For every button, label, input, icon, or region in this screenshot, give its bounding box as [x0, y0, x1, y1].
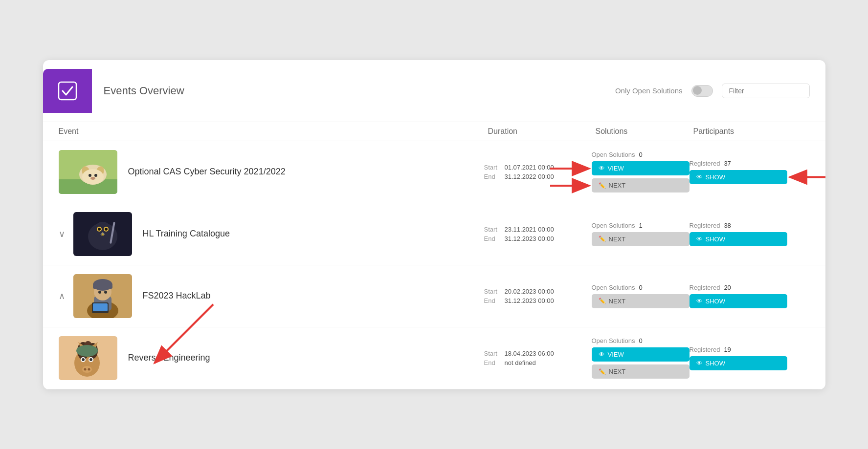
svg-rect-31: [93, 285, 112, 289]
open-solutions-count: 0: [639, 284, 642, 291]
participants-top: Registered 38: [690, 222, 787, 229]
registered-count: 20: [724, 284, 731, 291]
col-solutions: Solutions: [592, 127, 690, 136]
start-line: Start 18.04.2023 06:00: [484, 350, 592, 357]
participants-top: Registered 37: [690, 160, 787, 167]
eye-icon: 👁: [696, 298, 703, 305]
event-list: Optional CAS Cyber Security 2021/2022 St…: [43, 141, 825, 389]
open-solutions-count: 0: [639, 151, 642, 158]
view-button[interactable]: 👁 VIEW: [592, 161, 690, 175]
solutions-cell: Open Solutions 0 ✏️ NEXT: [592, 284, 690, 308]
table-row: ∨ HL Training Catalogue Start 23.11.2021…: [43, 203, 825, 265]
svg-point-34: [98, 291, 101, 294]
solutions-top: Open Solutions 1: [592, 222, 690, 229]
expand-icon[interactable]: ∨: [59, 229, 65, 239]
col-event: Event: [59, 127, 484, 136]
svg-point-8: [94, 174, 97, 177]
start-line: Start 20.02.2023 00:00: [484, 288, 592, 295]
svg-point-21: [98, 228, 101, 231]
end-value: 31.12.2022 00:00: [505, 173, 554, 180]
registered-label: Registered: [690, 222, 720, 229]
start-value: 20.02.2023 00:00: [505, 288, 554, 295]
solutions-top: Open Solutions 0: [592, 337, 690, 344]
end-value: not defined: [505, 359, 536, 366]
registered-label: Registered: [690, 284, 720, 291]
eye-icon: 👁: [696, 235, 703, 243]
end-label: End: [484, 235, 501, 242]
event-thumbnail: [59, 150, 117, 194]
view-button[interactable]: 👁 VIEW: [592, 347, 690, 362]
svg-point-48: [84, 368, 86, 370]
event-title: FS2023 HackLab: [143, 291, 211, 301]
table-row: Reverse Engineering Start 18.04.2023 06:…: [43, 327, 825, 389]
start-line: Start 01.07.2021 00:00: [484, 164, 592, 171]
svg-point-9: [90, 177, 95, 180]
logo-box: [43, 69, 92, 113]
end-label: End: [484, 359, 501, 366]
end-label: End: [484, 173, 501, 180]
end-line: End not defined: [484, 359, 592, 366]
end-value: 31.12.2023 00:00: [505, 235, 554, 242]
end-line: End 31.12.2023 00:00: [484, 235, 592, 242]
registered-label: Registered: [690, 160, 720, 167]
end-line: End 31.12.2022 00:00: [484, 173, 592, 180]
show-button[interactable]: 👁 SHOW: [690, 232, 787, 246]
event-thumbnail: [59, 336, 117, 380]
col-duration: Duration: [484, 127, 592, 136]
end-label: End: [484, 297, 501, 304]
next-button[interactable]: ✏️ NEXT: [592, 178, 690, 192]
pencil-icon: ✏️: [599, 235, 606, 242]
expand-icon[interactable]: ∧: [59, 291, 65, 301]
svg-point-46: [89, 358, 92, 361]
table-row: Optional CAS Cyber Security 2021/2022 St…: [43, 141, 825, 203]
eye-icon: 👁: [599, 351, 605, 358]
open-solutions-label: Open Solutions: [592, 222, 635, 229]
svg-rect-33: [93, 303, 108, 311]
page-title: Events Overview: [104, 85, 615, 97]
start-value: 18.04.2023 06:00: [505, 350, 554, 357]
start-value: 01.07.2021 00:00: [505, 164, 554, 171]
event-title: Optional CAS Cyber Security 2021/2022: [128, 167, 286, 177]
end-line: End 31.12.2023 00:00: [484, 297, 592, 304]
start-label: Start: [484, 164, 501, 171]
participants-cell: Registered 37 👁 SHOW: [690, 160, 787, 184]
show-button[interactable]: 👁 SHOW: [690, 356, 787, 370]
duration-cell: Start 01.07.2021 00:00 End 31.12.2022 00…: [484, 164, 592, 180]
open-solutions-count: 1: [639, 222, 642, 229]
pencil-icon: ✏️: [599, 368, 606, 375]
only-open-toggle[interactable]: [691, 85, 713, 97]
svg-point-18: [94, 222, 111, 239]
event-thumbnail: [73, 274, 132, 318]
registered-count: 19: [724, 346, 731, 353]
end-value: 31.12.2023 00:00: [505, 297, 554, 304]
page-header: Events Overview Only Open Solutions: [43, 60, 825, 122]
duration-cell: Start 23.11.2021 00:00 End 31.12.2023 00…: [484, 226, 592, 242]
open-solutions-label: Open Solutions: [592, 284, 635, 291]
event-cell: Optional CAS Cyber Security 2021/2022: [59, 150, 484, 194]
eye-icon: 👁: [696, 360, 703, 367]
col-participants: Participants: [690, 127, 787, 136]
next-button[interactable]: ✏️ NEXT: [592, 294, 690, 308]
duration-cell: Start 20.02.2023 00:00 End 31.12.2023 00…: [484, 288, 592, 304]
duration-cell: Start 18.04.2023 06:00 End not defined: [484, 350, 592, 366]
table-row: ∧ FS2023 HackLab Start 20.02.2023: [43, 265, 825, 327]
start-label: Start: [484, 288, 501, 295]
registered-count: 37: [724, 160, 731, 167]
show-button[interactable]: 👁 SHOW: [690, 294, 787, 308]
start-label: Start: [484, 350, 501, 357]
svg-point-35: [104, 291, 107, 294]
svg-point-7: [89, 174, 91, 177]
filter-input[interactable]: [722, 84, 810, 98]
event-title: HL Training Catalogue: [143, 229, 230, 239]
solutions-top: Open Solutions 0: [592, 151, 690, 158]
registered-label: Registered: [690, 346, 720, 353]
event-title: Reverse Engineering: [128, 353, 210, 363]
show-button[interactable]: 👁 SHOW: [690, 170, 787, 184]
next-button[interactable]: ✏️ NEXT: [592, 364, 690, 379]
event-cell: HL Training Catalogue: [59, 212, 484, 256]
solutions-cell: Open Solutions 0 👁 VIEW ✏️ NEXT: [592, 337, 690, 379]
participants-top: Registered 20: [690, 284, 787, 291]
event-thumbnail: [73, 212, 132, 256]
next-button[interactable]: ✏️ NEXT: [592, 232, 690, 246]
solutions-cell: Open Solutions 0 👁 VIEW ✏️ NEXT: [592, 151, 690, 192]
